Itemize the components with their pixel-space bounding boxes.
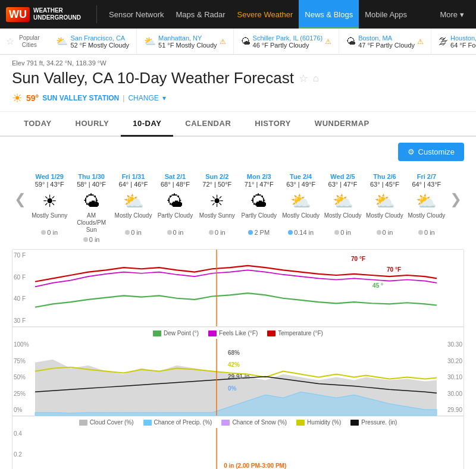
day-label-7: Wed 2/5 bbox=[330, 173, 355, 180]
forecast-day-6[interactable]: Tue 2/4 63° | 49°F ⛅ Mostly Cloudy 0.14 … bbox=[280, 173, 321, 243]
change-station-button[interactable]: CHANGE bbox=[128, 94, 158, 102]
precip-dot-3 bbox=[167, 230, 172, 235]
nav-maps-radar[interactable]: Maps & Radar bbox=[170, 0, 231, 29]
title-star[interactable]: ☆ bbox=[299, 72, 308, 85]
fav-city-sf[interactable]: ⛅ San Francisco, CA52 °F Mostly Cloudy bbox=[49, 29, 137, 54]
day-label-0: Wed 1/29 bbox=[35, 173, 64, 180]
fav-city-ny[interactable]: ⛅ Manhattan, NY51 °F Mostly Cloudy ⚠ bbox=[137, 29, 234, 54]
station-sun-icon: ☀ bbox=[12, 91, 23, 105]
temp-annotation-70f-2: 70 °F bbox=[387, 266, 401, 273]
station-temperature: 59° bbox=[26, 93, 39, 103]
location-header: Elev 791 ft, 34.22 °N, 118.39 °W Sun Val… bbox=[0, 55, 476, 112]
chance-snow-swatch bbox=[221, 420, 230, 426]
temp-annotation-70f-1: 70 °F bbox=[351, 256, 365, 262]
day-label-2: Fri 1/31 bbox=[122, 173, 145, 180]
favorites-bar: ☆ PopularCities ⛅ San Francisco, CA52 °F… bbox=[0, 29, 476, 55]
legend-dew-point: Dew Point (°) bbox=[153, 330, 199, 336]
station-chevron-icon[interactable]: ▾ bbox=[162, 94, 166, 102]
nav-sensor-network[interactable]: Sensor Network bbox=[103, 0, 170, 29]
humidity-annotation-42: 42% bbox=[228, 361, 240, 368]
legend-chance-snow: Chance of Snow (%) bbox=[221, 419, 287, 426]
logo[interactable]: WU WEATHERUNDERGROUND bbox=[6, 7, 81, 22]
forecast-day-9[interactable]: Fri 2/7 64° | 43°F ⛅ Mostly Cloudy 0 in bbox=[406, 173, 447, 243]
logo-text: WEATHERUNDERGROUND bbox=[33, 7, 81, 21]
day-temps-8: 63° | 45°F bbox=[370, 181, 399, 188]
tab-10day[interactable]: 10-DAY bbox=[121, 112, 173, 137]
day-desc-8: Mostly Cloudy bbox=[366, 212, 403, 226]
humidity-chart-inner: 68% 42% 29.91 in 0% bbox=[35, 339, 437, 416]
forecast-day-0[interactable]: Wed 1/29 59° | 43°F ☀ Mostly Sunny 0 in bbox=[29, 173, 70, 243]
legend-cloud-cover: Cloud Cover (%) bbox=[79, 419, 134, 426]
day-icon-6: ⛅ bbox=[290, 191, 311, 211]
customize-button[interactable]: ⚙ Customize bbox=[398, 143, 464, 161]
forecast-tabs: TODAY HOURLY 10-DAY CALENDAR HISTORY WUN… bbox=[0, 112, 476, 137]
feels-like-swatch bbox=[208, 330, 217, 336]
title-home[interactable]: ⌂ bbox=[313, 73, 319, 84]
gear-icon: ⚙ bbox=[408, 147, 415, 156]
nav-more[interactable]: More ▾ bbox=[434, 0, 470, 29]
forecast-next-button[interactable]: ❯ bbox=[447, 173, 464, 225]
precip-annotation: 0 in (2.00 PM-3:00 PM) bbox=[224, 462, 286, 469]
tab-history[interactable]: HISTORY bbox=[243, 112, 303, 137]
forecast-day-7[interactable]: Wed 2/5 63° | 47°F ⛅ Mostly Cloudy 0 in bbox=[322, 173, 364, 243]
day-precip-5: 2 PM bbox=[248, 229, 270, 236]
day-icon-4: ☀ bbox=[209, 191, 224, 211]
ny-temp: 51 °F Mostly Cloudy bbox=[158, 42, 217, 49]
day-desc-3: Partly Cloudy bbox=[158, 212, 193, 226]
schiller-temp: 46 °F Partly Cloudy bbox=[253, 42, 323, 49]
boston-name: Boston, MA bbox=[358, 34, 415, 42]
temp-y-labels: 70 F 60 F 40 F 30 F bbox=[14, 250, 35, 326]
main-content: ⚙ Customize ❮ Wed 1/29 59° | 43°F ☀ Most… bbox=[0, 137, 476, 469]
day-desc-6: Mostly Cloudy bbox=[282, 212, 320, 226]
forecast-day-1[interactable]: Thu 1/30 58° | 40°F 🌤 AM Clouds/PM Sun 0… bbox=[70, 173, 112, 243]
precip-chart-inner: 0 in (2.00 PM-3:00 PM) bbox=[35, 428, 437, 469]
precip-dot-0 bbox=[41, 230, 46, 235]
fav-city-boston[interactable]: 🌤 Boston, MA47 °F Partly Cloudy ⚠ bbox=[339, 29, 431, 54]
tab-wundermap[interactable]: WUNDERMAP bbox=[303, 112, 381, 137]
forecast-day-3[interactable]: Sat 2/1 68° | 48°F 🌤 Partly Cloudy 0 in bbox=[154, 173, 196, 243]
pressure-y-labels: 30.30 30.20 30.10 30.00 29.90 bbox=[439, 339, 462, 416]
temp-chart-legend: Dew Point (°) Feels Like (°F) Temperatur… bbox=[12, 327, 464, 339]
tab-hourly[interactable]: HOURLY bbox=[64, 112, 121, 137]
legend-pressure: Pressure. (in) bbox=[350, 419, 397, 426]
chance-precip-swatch bbox=[143, 420, 152, 426]
humidity-chart-legend: Cloud Cover (%) Chance of Precip. (%) Ch… bbox=[12, 416, 464, 428]
nav-news-blogs[interactable]: News & Blogs bbox=[299, 0, 359, 29]
precip-dot-4 bbox=[209, 230, 214, 235]
day-temps-5: 71° | 47°F bbox=[245, 181, 274, 188]
boston-weather-icon: 🌤 bbox=[346, 36, 356, 47]
tab-calendar[interactable]: CALENDAR bbox=[173, 112, 243, 137]
forecast-day-2[interactable]: Fri 1/31 64° | 46°F ⛅ Mostly Cloudy 0 in bbox=[112, 173, 154, 243]
forecast-day-8[interactable]: Thu 2/6 63° | 45°F ⛅ Mostly Cloudy 0 in bbox=[364, 173, 405, 243]
favorites-star[interactable]: ☆ bbox=[6, 36, 14, 47]
day-label-8: Thu 2/6 bbox=[373, 173, 396, 180]
forecast-day-5[interactable]: Mon 2/3 71° | 47°F 🌤 Partly Cloudy 2 PM bbox=[238, 173, 280, 243]
legend-chance-precip: Chance of Precip. (%) bbox=[143, 419, 212, 426]
humidity-annotation-pressure: 29.91 in bbox=[228, 373, 250, 380]
nav-mobile-apps[interactable]: Mobile Apps bbox=[359, 0, 413, 29]
day-temps-2: 64° | 46°F bbox=[119, 181, 148, 188]
day-precip-2: 0 in bbox=[125, 229, 142, 236]
day-icon-5: 🌤 bbox=[250, 191, 267, 211]
day-temps-3: 68° | 48°F bbox=[161, 181, 190, 188]
precip-accum-chart: 0.4 0.2 0.0 0 in (2.00 PM-3:00 PM) bbox=[12, 428, 464, 469]
sf-name: San Francisco, CA bbox=[70, 34, 129, 42]
day-precip-8: 0 in bbox=[377, 229, 393, 236]
charts-area: 70 F 60 F 40 F 30 F 70 °F 70 °F 45 ° bbox=[12, 249, 464, 469]
forecast-prev-button[interactable]: ❮ bbox=[12, 173, 29, 225]
day-temps-0: 59° | 43°F bbox=[35, 181, 64, 188]
day-icon-0: ☀ bbox=[42, 191, 57, 211]
forecast-days-list: Wed 1/29 59° | 43°F ☀ Mostly Sunny 0 in … bbox=[29, 173, 447, 243]
sf-temp: 52 °F Mostly Cloudy bbox=[70, 42, 129, 49]
fav-city-houston[interactable]: 🌫 Houston, TX64 °F Fog bbox=[431, 29, 476, 54]
day-label-5: Mon 2/3 bbox=[247, 173, 271, 180]
nav-severe-weather[interactable]: Severe Weather bbox=[231, 0, 299, 29]
fav-city-schiller[interactable]: 🌤 Schiller Park, IL (60176)46 °F Partly … bbox=[234, 29, 340, 54]
forecast-day-4[interactable]: Sun 2/2 72° | 50°F ☀ Mostly Sunny 0 in bbox=[196, 173, 238, 243]
precip-dot-5 bbox=[248, 230, 253, 235]
day-temps-4: 72° | 50°F bbox=[202, 181, 231, 188]
precip-y-labels: 0.4 0.2 0.0 bbox=[14, 428, 35, 469]
station-name: SUN VALLEY STATION bbox=[42, 94, 119, 102]
schiller-weather-icon: 🌤 bbox=[241, 36, 250, 47]
tab-today[interactable]: TODAY bbox=[12, 112, 64, 137]
